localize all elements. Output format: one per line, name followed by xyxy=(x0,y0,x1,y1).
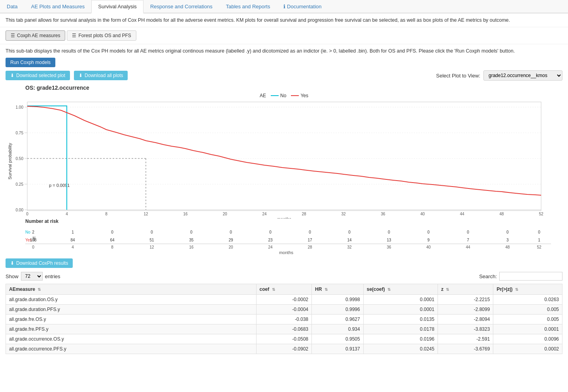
cell-pr_z: 0.005 xyxy=(493,305,562,315)
svg-text:months: months xyxy=(277,217,292,219)
cell-pr_z: 0.0001 xyxy=(493,324,562,334)
table-row: all.grade.fre.PFS.y-0.06830.9340.0178-3.… xyxy=(6,324,562,334)
main-content: This sub-tab displays the results of the… xyxy=(0,44,568,358)
svg-text:months: months xyxy=(279,250,294,254)
col-header-z[interactable]: z ⇅ xyxy=(438,284,493,295)
svg-text:0: 0 xyxy=(427,230,430,234)
svg-text:29: 29 xyxy=(228,238,233,242)
svg-text:No: No xyxy=(25,230,30,234)
svg-text:84: 84 xyxy=(70,238,75,242)
cell-ae_measure: all.grade.duration.PFS.y xyxy=(6,305,257,315)
svg-text:20: 20 xyxy=(228,245,233,249)
table-row: all.grade.occurrence.OS.y-0.05080.95050.… xyxy=(6,334,562,344)
download-coxph-icon: ⬇ xyxy=(10,260,14,266)
svg-text:12: 12 xyxy=(149,245,154,249)
search-label: Search: xyxy=(479,273,497,279)
sort-icon-prz: ⇅ xyxy=(515,287,518,292)
svg-text:0: 0 xyxy=(26,212,28,216)
entries-select[interactable]: 10 25 50 72 100 xyxy=(21,272,43,281)
download-coxph-button[interactable]: ⬇ Download CoxPh results xyxy=(6,258,73,268)
plot-select[interactable]: grade12.occurrence__kmos xyxy=(483,70,562,81)
cell-z: -2.8099 xyxy=(438,305,493,315)
svg-text:36: 36 xyxy=(381,212,385,216)
svg-text:28: 28 xyxy=(308,245,312,249)
tab-response[interactable]: Response and Correlations xyxy=(143,0,219,13)
svg-text:48: 48 xyxy=(505,245,510,249)
entries-label: entries xyxy=(45,273,60,279)
sub-description: This sub-tab displays the results of the… xyxy=(6,48,562,54)
svg-text:40: 40 xyxy=(420,212,425,216)
svg-text:0: 0 xyxy=(269,230,272,234)
col-header-coef[interactable]: coef ⇅ xyxy=(256,284,311,295)
cell-ae_measure: all.grade.occurrence.PFS.y xyxy=(6,344,257,354)
svg-text:48: 48 xyxy=(499,212,504,216)
cell-hr: 0.9505 xyxy=(312,334,364,344)
legend-yes: Yes xyxy=(291,93,308,98)
legend-no: No xyxy=(271,93,286,98)
sub-tab-forest[interactable]: ☰ Forest plots OS and PFS xyxy=(67,30,136,41)
col-header-hr[interactable]: HR ⇅ xyxy=(312,284,364,295)
cell-coef: -0.0004 xyxy=(256,305,311,315)
svg-text:44: 44 xyxy=(460,212,464,216)
cell-pr_z: 0.0263 xyxy=(493,295,562,305)
cell-z: -2.591 xyxy=(438,334,493,344)
risk-table-title: Number at risk xyxy=(25,219,562,224)
table-row: all.grade.occurrence.PFS.y-0.09020.91370… xyxy=(6,344,562,354)
cell-coef: -0.038 xyxy=(256,315,311,324)
table-row: all.grade.duration.PFS.y-0.00040.99960.0… xyxy=(6,305,562,315)
cell-ae_measure: all.grade.duration.OS.y xyxy=(6,295,257,305)
svg-text:0.50: 0.50 xyxy=(16,156,24,161)
svg-text:16: 16 xyxy=(189,245,194,249)
svg-text:24: 24 xyxy=(262,212,267,216)
cell-z: -2.2215 xyxy=(438,295,493,305)
svg-text:51: 51 xyxy=(149,238,154,242)
tab-description: This tab panel allows for survival analy… xyxy=(0,13,568,27)
svg-text:8: 8 xyxy=(111,245,113,249)
svg-text:12: 12 xyxy=(143,212,148,216)
svg-text:0: 0 xyxy=(538,230,540,234)
tab-survival[interactable]: Survival Analysis xyxy=(91,0,143,13)
svg-text:0.00: 0.00 xyxy=(16,208,24,212)
svg-text:52: 52 xyxy=(537,245,542,249)
svg-text:0: 0 xyxy=(190,230,192,234)
svg-text:0: 0 xyxy=(230,230,232,234)
svg-text:7: 7 xyxy=(467,238,469,242)
list-icon-2: ☰ xyxy=(72,33,76,38)
risk-table: Number at risk No Yes AE 2 1 0 0 0 0 0 0… xyxy=(25,219,562,254)
svg-text:24: 24 xyxy=(268,245,273,249)
svg-text:0: 0 xyxy=(309,230,311,234)
svg-text:4: 4 xyxy=(72,245,74,249)
download-all-button[interactable]: ⬇ Download all plots xyxy=(74,71,128,80)
svg-text:52: 52 xyxy=(539,212,543,216)
tab-ae-plots[interactable]: AE Plots and Measures xyxy=(24,0,91,13)
chart-title: OS: grade12.occurrence xyxy=(25,85,562,91)
svg-text:20: 20 xyxy=(223,212,227,216)
tab-data[interactable]: Data xyxy=(0,0,24,13)
table-row: all.grade.fre.OS.y-0.0380.96270.0135-2.8… xyxy=(6,315,562,324)
run-coxph-button[interactable]: Run Coxph models xyxy=(6,58,55,67)
col-header-se-coef[interactable]: se(coef) ⇅ xyxy=(363,284,438,295)
tab-documentation[interactable]: ℹ Documentation xyxy=(277,0,328,13)
cell-hr: 0.934 xyxy=(312,324,364,334)
sub-tab-coxph[interactable]: ☰ Coxph AE measures xyxy=(6,30,65,41)
sort-icon-se: ⇅ xyxy=(387,287,391,292)
col-header-pr-z[interactable]: Pr(>|z|) ⇅ xyxy=(493,284,562,295)
sort-icon-ae: ⇅ xyxy=(38,287,41,292)
cell-se_coef: 0.0135 xyxy=(363,315,438,324)
list-icon: ☰ xyxy=(11,33,15,38)
cell-z: -3.8323 xyxy=(438,324,493,334)
svg-text:0.25: 0.25 xyxy=(16,182,24,187)
cell-se_coef: 0.0001 xyxy=(363,295,438,305)
tab-tables[interactable]: Tables and Reports xyxy=(219,0,277,13)
sort-icon-z: ⇅ xyxy=(446,287,449,292)
show-label: Show xyxy=(6,273,19,279)
cell-hr: 0.9627 xyxy=(312,315,364,324)
cell-hr: 0.9996 xyxy=(312,305,364,315)
download-selected-button[interactable]: ⬇ Download selected plot xyxy=(6,71,70,80)
chart-legend: AE No Yes xyxy=(6,93,562,98)
svg-text:0: 0 xyxy=(111,230,113,234)
search-input[interactable] xyxy=(499,272,562,281)
svg-text:4: 4 xyxy=(66,212,68,216)
svg-text:1.00: 1.00 xyxy=(16,105,24,109)
col-header-ae-measure[interactable]: AEmeasure ⇅ xyxy=(6,284,257,295)
